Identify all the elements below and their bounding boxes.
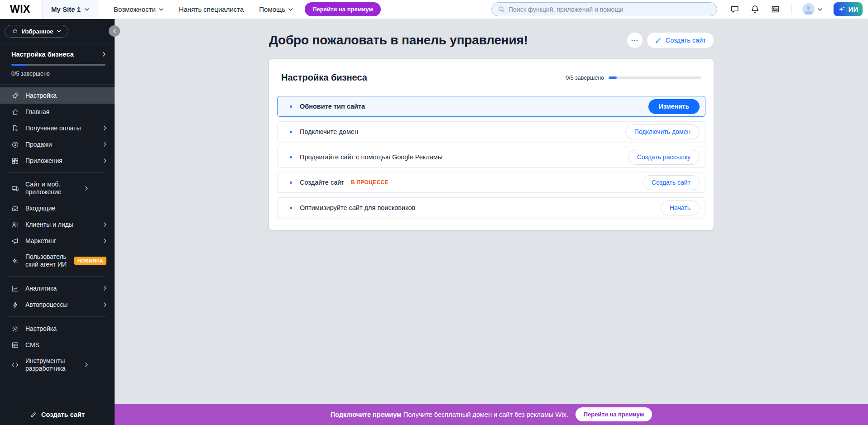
sidebar-item-cms[interactable]: CMS	[0, 337, 115, 353]
news-feed-icon[interactable]	[771, 5, 780, 14]
search-icon	[498, 6, 505, 13]
task-action-start-button[interactable]: Начать	[661, 201, 700, 215]
sidebar-item-label: Настройка	[25, 92, 106, 100]
sidebar-collapse-button[interactable]	[109, 25, 120, 37]
chevron-down-icon	[288, 8, 293, 11]
divider	[8, 316, 106, 317]
nav-features-label: Возможности	[114, 5, 156, 13]
premium-banner: Подключите премиумПолучите бесплатный до…	[115, 404, 868, 425]
favorites-dropdown[interactable]: Избранное	[5, 25, 68, 38]
sidebar-item-label: Настройка	[25, 325, 106, 333]
sidebar-item-apps[interactable]: Приложения	[0, 153, 115, 169]
chevron-down-icon	[159, 8, 163, 11]
card-progress-bar	[609, 76, 701, 79]
bullet-icon	[290, 156, 292, 158]
sidebar-create-site-button[interactable]: Создать сайт	[0, 404, 115, 425]
sidebar-item-inbox[interactable]: Входящие	[0, 200, 115, 216]
setup-progress-bar	[11, 64, 106, 66]
create-site-button[interactable]: Создать сайт	[647, 33, 714, 48]
sidebar-item-customers-leads[interactable]: Клиенты и лиды	[0, 216, 115, 233]
sidebar-item-label: Пользовательский агент ИИ	[25, 253, 68, 268]
search-input[interactable]	[508, 6, 710, 13]
sidebar-item-site-mobile-app[interactable]: Сайт и моб. приложение	[0, 177, 115, 200]
chevron-down-icon	[85, 8, 89, 11]
table-icon	[11, 341, 19, 349]
task-action-connect-domain-button[interactable]: Подключить домен	[625, 124, 700, 139]
premium-banner-text: Подключите премиумПолучите бесплатный до…	[331, 411, 568, 418]
pencil-icon	[30, 411, 37, 418]
sidebar-item-analytics[interactable]: Аналитика	[0, 280, 115, 296]
chat-icon[interactable]	[730, 5, 739, 14]
sidebar-item-label: Получение оплаты	[25, 124, 97, 132]
upgrade-premium-button[interactable]: Перейти на премиум	[305, 2, 381, 16]
task-label: Обновите тип сайта	[300, 103, 365, 110]
search-bar[interactable]	[491, 2, 717, 16]
chevron-right-icon	[85, 363, 88, 367]
nav-help[interactable]: Помощь	[259, 5, 293, 13]
business-setup-card: Настройка бизнеса 0/5 завершено Обновите…	[269, 59, 714, 230]
task-action-create-campaign-button[interactable]: Создать рассылку	[628, 150, 700, 165]
task-list: Обновите тип сайта Изменить Подключите д…	[277, 96, 705, 218]
divider	[8, 276, 106, 277]
sidebar-item-marketing[interactable]: Маркетинг	[0, 233, 115, 249]
rocket-icon	[11, 92, 19, 100]
business-setup-link[interactable]: Настройка бизнеса	[11, 51, 106, 58]
premium-banner-button[interactable]: Перейти на премиум	[575, 407, 652, 421]
sidebar-item-get-paid[interactable]: $ Получение оплаты	[0, 120, 115, 136]
task-row-connect-domain[interactable]: Подключите домен Подключить домен	[277, 121, 705, 142]
sidebar-item-dev-tools[interactable]: Инструменты разработчика	[0, 353, 115, 377]
task-action-change-button[interactable]: Изменить	[648, 99, 700, 114]
chevron-right-icon	[104, 239, 106, 243]
sidebar-item-home[interactable]: Главная	[0, 104, 115, 120]
ai-assistant-button[interactable]: ИИ	[834, 2, 863, 16]
task-row-update-site-type[interactable]: Обновите тип сайта Изменить	[277, 96, 705, 117]
nav-hire-professional[interactable]: Нанять специалиста	[179, 5, 244, 13]
notifications-bell-icon[interactable]	[750, 5, 760, 14]
code-icon	[11, 361, 19, 369]
chevron-right-icon	[104, 286, 106, 291]
sidebar-item-label: Главная	[25, 108, 106, 116]
inbox-icon	[11, 205, 19, 212]
chevron-right-icon	[104, 142, 106, 147]
sidebar-item-label: CMS	[25, 341, 106, 349]
bullet-icon	[290, 105, 292, 108]
card-progress-label: 0/5 завершено	[566, 75, 604, 81]
chevron-right-icon	[104, 158, 106, 163]
sidebar-item-label: Продажи	[25, 141, 97, 148]
task-label: Оптимизируйте сайт для поисковиков	[300, 204, 415, 211]
more-actions-button[interactable]: ...	[627, 33, 643, 48]
site-switcher[interactable]: My Site 1	[42, 0, 98, 19]
nav-features[interactable]: Возможности	[114, 5, 163, 13]
lightning-icon	[11, 301, 19, 309]
sidebar-item-custom-ai-agent[interactable]: Пользовательский агент ИИ НОВИНКА	[0, 249, 115, 272]
home-icon	[11, 108, 19, 116]
sidebar-item-automations[interactable]: Автопроцессы	[0, 296, 115, 313]
task-status-in-progress: В ПРОЦЕССЕ	[351, 179, 388, 186]
sidebar-item-settings[interactable]: Настройка	[0, 320, 115, 337]
chevron-down-icon	[818, 8, 822, 11]
task-row-promote-google-ads[interactable]: Продвигайте сайт с помощью Google Реклам…	[277, 147, 705, 167]
premium-banner-subtitle: Получите бесплатный домен и сайт без рек…	[403, 411, 568, 418]
nav-hire-label: Нанять специалиста	[179, 5, 244, 13]
task-row-seo-optimize[interactable]: Оптимизируйте сайт для поисковиков Начат…	[277, 197, 705, 218]
premium-banner-title: Подключите премиум	[331, 411, 402, 418]
dollar-circle-icon: $	[11, 141, 19, 148]
analytics-chart-icon	[11, 285, 19, 292]
sidebar-item-label: Аналитика	[25, 285, 97, 292]
star-icon	[12, 28, 18, 34]
task-label: Подключите домен	[300, 128, 358, 135]
megaphone-icon	[11, 237, 19, 245]
chevron-right-icon	[85, 186, 88, 191]
wix-logo[interactable]: WIX	[10, 3, 30, 15]
divider	[791, 5, 791, 14]
pencil-icon	[655, 37, 662, 44]
ai-button-label: ИИ	[849, 5, 858, 13]
business-setup-panel: Настройка бизнеса 0/5 завершено	[0, 43, 115, 84]
task-row-create-site[interactable]: Создайте сайт В ПРОЦЕССЕ Создать сайт	[277, 172, 705, 193]
task-action-create-site-button[interactable]: Создать сайт	[643, 175, 700, 190]
sidebar-item-setup[interactable]: Настройка	[0, 87, 115, 104]
account-menu[interactable]	[802, 3, 822, 15]
task-label: Продвигайте сайт с помощью Google Реклам…	[300, 153, 442, 161]
sidebar-item-sales[interactable]: $ Продажи	[0, 136, 115, 153]
bullet-icon	[290, 207, 292, 209]
